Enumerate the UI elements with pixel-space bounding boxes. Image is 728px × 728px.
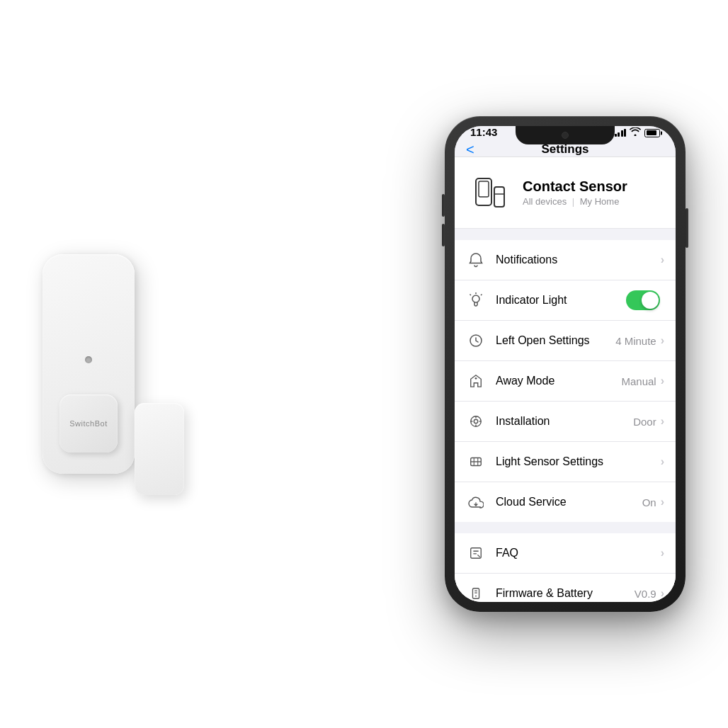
cloud-service-label: Cloud Service bbox=[496, 496, 642, 508]
settings-item-away-mode[interactable]: Away Mode Manual › bbox=[455, 361, 676, 402]
svg-line-6 bbox=[470, 295, 472, 296]
toggle-knob bbox=[642, 292, 659, 309]
signal-bar-4 bbox=[624, 129, 626, 137]
away-mode-value: Manual bbox=[621, 375, 656, 387]
settings-item-notifications[interactable]: Notifications › bbox=[455, 240, 676, 280]
left-open-icon bbox=[466, 331, 486, 351]
wifi-icon bbox=[630, 127, 641, 138]
device-name: Contact Sensor bbox=[523, 178, 627, 195]
light-sensor-icon bbox=[466, 452, 486, 472]
notifications-label: Notifications bbox=[496, 254, 661, 266]
device-info: Contact Sensor All devices | My Home bbox=[523, 178, 627, 207]
svg-point-4 bbox=[472, 295, 479, 302]
installation-chevron: › bbox=[661, 415, 664, 428]
svg-point-9 bbox=[475, 377, 477, 380]
signal-bars bbox=[615, 129, 627, 137]
settings-item-left-open[interactable]: Left Open Settings 4 Minute › bbox=[455, 321, 676, 361]
firmware-icon bbox=[466, 584, 486, 602]
light-sensor-label: Light Sensor Settings bbox=[496, 455, 661, 468]
physical-device: SwitchBot bbox=[42, 254, 135, 474]
status-time: 11:43 bbox=[470, 126, 497, 138]
nav-title: Settings bbox=[541, 142, 588, 157]
cloud-service-value: On bbox=[642, 496, 656, 508]
notch bbox=[516, 126, 615, 144]
installation-label: Installation bbox=[496, 415, 633, 428]
faq-label: FAQ bbox=[496, 547, 661, 559]
installation-value: Door bbox=[633, 416, 656, 428]
svg-rect-1 bbox=[479, 181, 489, 197]
cloud-service-icon bbox=[466, 492, 486, 512]
svg-line-7 bbox=[481, 295, 482, 296]
settings-item-indicator-light[interactable]: Indicator Light bbox=[455, 280, 676, 321]
signal-bar-3 bbox=[621, 130, 623, 137]
signal-bar-1 bbox=[615, 134, 617, 137]
settings-item-firmware[interactable]: Firmware & Battery V0.9 › bbox=[455, 574, 676, 602]
svg-rect-23 bbox=[472, 588, 479, 599]
device-sub-location: My Home bbox=[580, 196, 620, 207]
faq-icon bbox=[466, 543, 486, 563]
indicator-light-icon bbox=[466, 290, 486, 310]
notifications-chevron: › bbox=[661, 254, 664, 266]
device-small-part bbox=[135, 403, 184, 495]
device-brand-label: SwitchBot bbox=[69, 419, 107, 428]
signal-bar-2 bbox=[618, 132, 620, 137]
notifications-icon bbox=[466, 250, 486, 270]
scene: SwitchBot 11:43 bbox=[0, 0, 728, 728]
contact-sensor-icon-box bbox=[469, 171, 511, 214]
battery-fill bbox=[647, 130, 656, 135]
nav-bar: < Settings bbox=[455, 142, 676, 157]
firmware-value: V0.9 bbox=[635, 588, 656, 600]
firmware-label: Firmware & Battery bbox=[496, 587, 635, 600]
left-open-label: Left Open Settings bbox=[496, 334, 615, 347]
status-icons bbox=[615, 127, 661, 138]
away-mode-chevron: › bbox=[661, 375, 664, 387]
back-button[interactable]: < bbox=[466, 142, 474, 158]
device-header-card: Contact Sensor All devices | My Home bbox=[455, 157, 676, 229]
settings-item-cloud-service[interactable]: Cloud Service On › bbox=[455, 482, 676, 522]
left-open-chevron: › bbox=[661, 334, 664, 347]
indicator-light-toggle[interactable] bbox=[626, 290, 660, 310]
settings-section-1: Notifications › bbox=[455, 240, 676, 522]
screen-content: 11:43 bbox=[455, 126, 676, 602]
phone-screen: 11:43 bbox=[455, 126, 676, 602]
firmware-chevron: › bbox=[661, 587, 664, 600]
svg-rect-2 bbox=[494, 187, 504, 207]
svg-point-26 bbox=[475, 596, 477, 597]
device-sub-separator: | bbox=[572, 196, 574, 207]
volume-down-button[interactable] bbox=[442, 224, 445, 246]
volume-up-button[interactable] bbox=[442, 194, 445, 217]
svg-point-11 bbox=[474, 419, 477, 423]
device-sub: All devices | My Home bbox=[523, 196, 627, 207]
device-main-body: SwitchBot bbox=[42, 254, 135, 474]
contact-sensor-icon bbox=[472, 174, 508, 211]
cloud-service-chevron: › bbox=[661, 496, 664, 508]
settings-section-2: FAQ › bbox=[455, 533, 676, 602]
away-mode-label: Away Mode bbox=[496, 375, 621, 387]
left-open-value: 4 Minute bbox=[615, 335, 656, 347]
settings-item-installation[interactable]: Installation Door › bbox=[455, 402, 676, 442]
settings-item-faq[interactable]: FAQ › bbox=[455, 533, 676, 574]
device-led-dot bbox=[85, 356, 92, 363]
indicator-light-label: Indicator Light bbox=[496, 294, 626, 307]
light-sensor-chevron: › bbox=[661, 455, 664, 468]
device-button[interactable]: SwitchBot bbox=[59, 394, 118, 453]
settings-item-light-sensor[interactable]: Light Sensor Settings › bbox=[455, 442, 676, 482]
away-mode-icon bbox=[466, 371, 486, 391]
phone-wrapper: 11:43 bbox=[445, 116, 686, 612]
front-camera bbox=[562, 132, 569, 139]
phone-frame: 11:43 bbox=[445, 116, 686, 612]
power-button[interactable] bbox=[686, 208, 688, 248]
faq-chevron: › bbox=[661, 547, 664, 559]
installation-icon bbox=[466, 411, 486, 431]
battery-icon bbox=[644, 129, 660, 137]
device-sub-all-devices: All devices bbox=[523, 196, 567, 207]
